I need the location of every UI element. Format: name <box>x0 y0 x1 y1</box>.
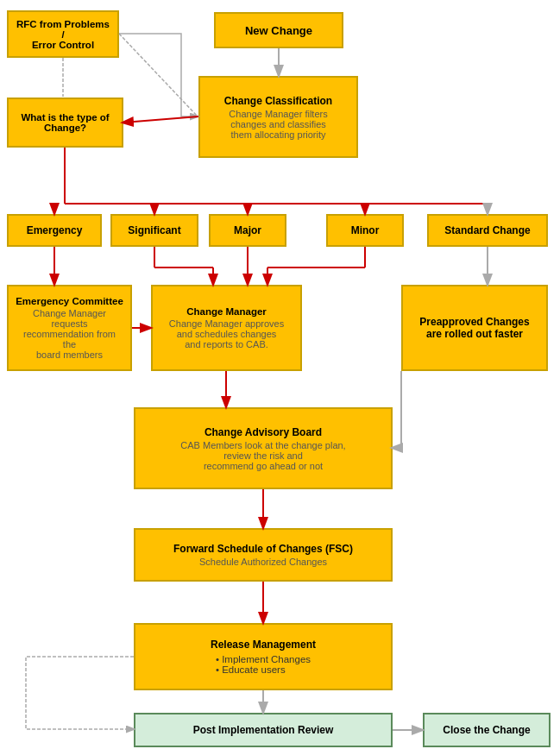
post-impl-box: Post Implementation Review <box>134 713 393 747</box>
diagram: RFC from Problems /Error Control New Cha… <box>0 0 560 749</box>
fsc-box: Forward Schedule of Changes (FSC) Schedu… <box>134 528 393 582</box>
change-manager-label: Change Manager <box>186 306 267 317</box>
change-classification-label: Change Classification <box>224 95 332 107</box>
rfc-box: RFC from Problems /Error Control <box>7 10 119 58</box>
cab-label: Change Advisory Board <box>204 426 322 438</box>
new-change-box: New Change <box>214 12 343 48</box>
cab-box: Change Advisory Board CAB Members look a… <box>134 407 393 489</box>
cab-sub: CAB Members look at the change plan,revi… <box>180 440 345 471</box>
minor-box: Minor <box>326 214 404 247</box>
release-item-1: • Implement Changes <box>216 654 311 664</box>
fsc-label: Forward Schedule of Changes (FSC) <box>173 543 353 555</box>
svg-line-1 <box>119 34 198 116</box>
emergency-committee-box: Emergency Committee Change Manager reque… <box>7 285 132 371</box>
change-manager-sub: Change Manager approvesand schedules cha… <box>169 318 284 349</box>
release-mgmt-box: Release Management • Implement Changes •… <box>134 623 393 690</box>
emergency-committee-sub: Change Manager requestsrecommendation fr… <box>16 308 123 360</box>
release-item-2: • Educate users <box>216 664 311 675</box>
change-manager-box: Change Manager Change Manager approvesan… <box>151 285 302 371</box>
fsc-sub: Schedule Authorized Changes <box>199 557 327 567</box>
major-box: Major <box>209 214 286 247</box>
change-classification-sub: Change Manager filterschanges and classi… <box>229 109 327 140</box>
svg-line-3 <box>123 116 198 123</box>
standard-change-box: Standard Change <box>427 214 548 247</box>
change-classification-box: Change Classification Change Manager fil… <box>198 76 358 158</box>
emergency-box: Emergency <box>7 214 102 247</box>
release-mgmt-label: Release Management <box>211 639 316 651</box>
close-change-box: Close the Change <box>423 713 551 747</box>
emergency-committee-label: Emergency Committee <box>16 296 123 306</box>
preapproved-box: Preapproved Changesare rolled out faster <box>401 285 548 371</box>
significant-box: Significant <box>110 214 198 247</box>
what-type-box: What is the type ofChange? <box>7 98 123 148</box>
